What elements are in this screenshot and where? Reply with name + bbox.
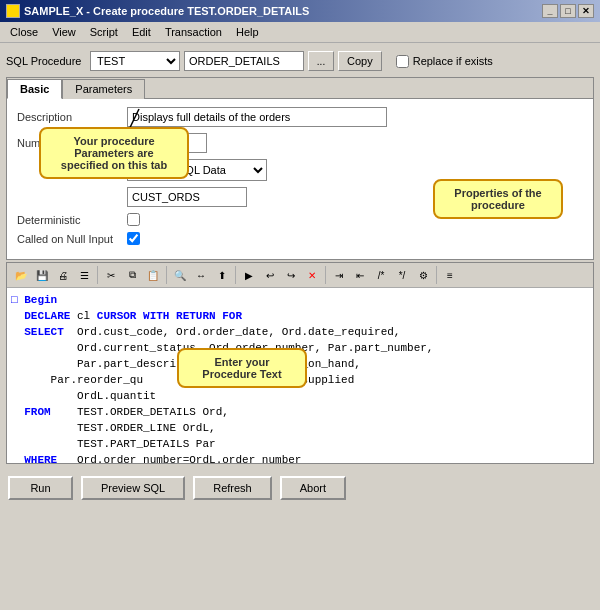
toolbar-find-btn[interactable]: 🔍 [170,265,190,285]
cust-ords-input[interactable] [127,187,247,207]
minimize-button[interactable]: _ [542,4,558,18]
toolbar-comment-btn[interactable]: /* [371,265,391,285]
tab-bar: Basic Parameters [7,78,593,99]
window-title: SAMPLE_X - Create procedure TEST.ORDER_D… [24,5,309,17]
sql-procedure-label: SQL Procedure [6,55,86,67]
description-label: Description [17,111,127,123]
toolbar-open-btn[interactable]: 📂 [11,265,31,285]
toolbar-list-btn[interactable]: ☰ [74,265,94,285]
toolbar-extra-btn[interactable]: ⚙ [413,265,433,285]
window-controls: _ □ ✕ [542,4,594,18]
called-on-null-row: Called on Null Input [17,232,583,245]
toolbar-redo-btn[interactable]: ↪ [281,265,301,285]
abort-button[interactable]: Abort [280,476,346,500]
menu-edit[interactable]: Edit [126,24,157,40]
callout-props-bubble: Properties of the procedure [433,179,563,219]
sql-line-10: TEST.PART_DETAILS Par [11,436,589,452]
sql-toolbar: 📂 💾 🖨 ☰ ✂ ⧉ 📋 🔍 ↔ ⬆ ▶ ↩ ↪ ✕ ⇥ ⇤ /* */ ⚙ … [7,263,593,288]
sep4 [325,266,326,284]
toolbar-indent-btn[interactable]: ⇥ [329,265,349,285]
called-on-null-checkbox[interactable] [127,232,140,245]
proc-name-input[interactable] [184,51,304,71]
replace-exists-area: Replace if exists [396,55,493,68]
replace-exists-label: Replace if exists [413,55,493,67]
called-on-null-label: Called on Null Input [17,233,127,245]
refresh-button[interactable]: Refresh [193,476,272,500]
sql-line-1: □ Begin [11,292,589,308]
sql-line-8: FROM TEST.ORDER_DETAILS Ord, [11,404,589,420]
menu-bar: Close View Script Edit Transaction Help [0,22,600,43]
toolbar-cut-btn[interactable]: ✂ [101,265,121,285]
deterministic-checkbox[interactable] [127,213,140,226]
callout-params-bubble: Your procedure Parameters are specified … [39,127,189,179]
sql-procedure-row: SQL Procedure TEST ... Copy Replace if e… [6,47,594,75]
sql-line-9: TEST.ORDER_LINE OrdL, [11,420,589,436]
window-content: SQL Procedure TEST ... Copy Replace if e… [0,43,600,470]
replace-exists-checkbox[interactable] [396,55,409,68]
copy-button[interactable]: Copy [338,51,382,71]
menu-view[interactable]: View [46,24,82,40]
run-button[interactable]: Run [8,476,73,500]
toolbar-undo-btn[interactable]: ↩ [260,265,280,285]
bottom-bar: Run Preview SQL Refresh Abort [0,470,600,506]
title-bar: SAMPLE_X - Create procedure TEST.ORDER_D… [0,0,600,22]
sql-editor-panel: 📂 💾 🖨 ☰ ✂ ⧉ 📋 🔍 ↔ ⬆ ▶ ↩ ↪ ✕ ⇥ ⇤ /* */ ⚙ … [6,262,594,464]
sql-line-2: DECLARE cl CURSOR WITH RETURN FOR [11,308,589,324]
toolbar-uncomment-btn[interactable]: */ [392,265,412,285]
toolbar-copy-btn[interactable]: ⧉ [122,265,142,285]
sep2 [166,266,167,284]
toolbar-paste-btn[interactable]: 📋 [143,265,163,285]
tab-basic[interactable]: Basic [7,79,62,99]
sql-line-11: WHERE Ord.order_number=OrdL.order_number [11,452,589,463]
toolbar-stop-btn[interactable]: ✕ [302,265,322,285]
sql-line-7: OrdL.quantit [11,388,589,404]
tab-panel: Basic Parameters Description Num Result … [6,77,594,260]
preview-sql-button[interactable]: Preview SQL [81,476,185,500]
sep3 [235,266,236,284]
sql-editor-wrapper: □ Begin DECLARE cl CURSOR WITH RETURN FO… [7,288,593,463]
sql-line-3: SELECT Ord.cust_code, Ord.order_date, Or… [11,324,589,340]
tab-parameters[interactable]: Parameters [62,79,145,99]
description-input[interactable] [127,107,387,127]
toolbar-arrow-up-btn[interactable]: ⬆ [212,265,232,285]
toolbar-run-btn[interactable]: ▶ [239,265,259,285]
toolbar-save-btn[interactable]: 💾 [32,265,52,285]
menu-help[interactable]: Help [230,24,265,40]
sep5 [436,266,437,284]
close-button[interactable]: ✕ [578,4,594,18]
menu-script[interactable]: Script [84,24,124,40]
menu-transaction[interactable]: Transaction [159,24,228,40]
schema-select[interactable]: TEST [90,51,180,71]
toolbar-print-btn[interactable]: 🖨 [53,265,73,285]
description-row: Description [17,107,583,127]
maximize-button[interactable]: □ [560,4,576,18]
sep1 [97,266,98,284]
callout-enter-text-bubble: Enter your Procedure Text [177,348,307,388]
toolbar-outdent-btn[interactable]: ⇤ [350,265,370,285]
menu-close[interactable]: Close [4,24,44,40]
toolbar-replace-btn[interactable]: ↔ [191,265,211,285]
browse-button[interactable]: ... [308,51,334,71]
app-icon [6,4,20,18]
toolbar-align-btn[interactable]: ≡ [440,265,460,285]
tab-basic-content: Description Num Result Sets* Modifies SQ… [7,99,593,259]
deterministic-label: Deterministic [17,214,127,226]
